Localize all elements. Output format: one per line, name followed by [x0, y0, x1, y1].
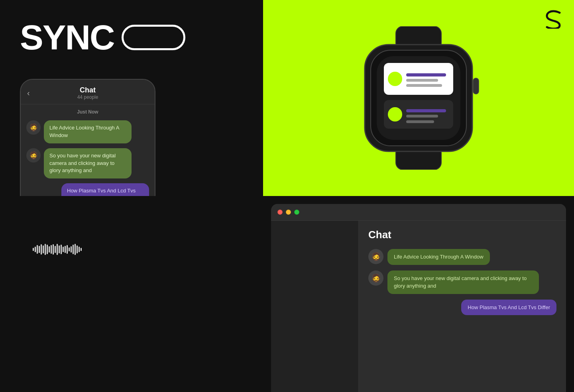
svg-rect-11 — [406, 84, 442, 87]
svg-rect-15 — [406, 109, 446, 112]
s-logo-icon — [545, 10, 561, 32]
traffic-light-green[interactable] — [294, 210, 299, 215]
chat-message-row: 🧔 Life Advice Looking Through A Window — [21, 118, 155, 146]
top-right-section: 🔔 🔔 — [263, 0, 574, 196]
svg-rect-9 — [406, 73, 446, 76]
desktop-bubble-purple: How Plasma Tvs And Lcd Tvs Differ — [461, 300, 556, 316]
logo-row: SYNC — [20, 20, 185, 55]
svg-rect-5 — [473, 78, 479, 94]
desktop-bubble-green: Life Advice Looking Through A Window — [387, 249, 490, 265]
timestamp-label: Just Now — [21, 104, 155, 118]
svg-point-7 — [388, 72, 402, 86]
phone-chat-subtitle: 44 people — [77, 94, 98, 100]
chat-message-row: 🧔 So you have your new digital camera an… — [21, 146, 155, 181]
bottom-left-section — [0, 196, 263, 392]
desktop-chat-title: Chat — [368, 229, 556, 241]
desktop-message-row: 🧔 Life Advice Looking Through A Window — [368, 249, 556, 265]
svg-rect-16 — [406, 115, 438, 118]
phone-chat-title: Chat — [77, 86, 98, 94]
bubble-green: So you have your new digital camera and … — [44, 148, 132, 179]
top-left-section: SYNC ‹ Chat 44 people Just Now 🧔 Life Ad… — [0, 0, 263, 196]
desktop-avatar: 🧔 — [368, 249, 383, 264]
traffic-light-red[interactable] — [277, 210, 283, 215]
bubble-green: Life Advice Looking Through A Window — [44, 120, 132, 143]
desktop-message-row-self: How Plasma Tvs And Lcd Tvs Differ — [368, 300, 556, 316]
phone-header: ‹ Chat 44 people — [21, 80, 155, 104]
desktop-message-row: 🧔 So you have your new digital camera an… — [368, 270, 556, 294]
avatar: 🧔 — [26, 148, 41, 163]
traffic-light-yellow[interactable] — [286, 210, 291, 215]
desktop-bubble-green: So you have your new digital camera and … — [387, 270, 539, 294]
watch-illustration: 🔔 🔔 — [357, 26, 480, 170]
back-button[interactable]: ‹ — [27, 88, 30, 98]
svg-point-13 — [388, 107, 402, 122]
svg-rect-10 — [406, 79, 438, 82]
sync-pill-icon — [122, 25, 185, 50]
desktop-chat-section: Chat 🧔 Life Advice Looking Through A Win… — [271, 204, 566, 392]
sync-logo: SYNC — [20, 20, 114, 55]
avatar: 🧔 — [26, 120, 41, 135]
desktop-sidebar — [271, 221, 359, 392]
desktop-main: Chat 🧔 Life Advice Looking Through A Win… — [359, 221, 566, 392]
svg-rect-17 — [406, 120, 434, 123]
desktop-titlebar — [271, 204, 566, 221]
desktop-body: Chat 🧔 Life Advice Looking Through A Win… — [271, 221, 566, 392]
desktop-avatar: 🧔 — [368, 270, 383, 286]
